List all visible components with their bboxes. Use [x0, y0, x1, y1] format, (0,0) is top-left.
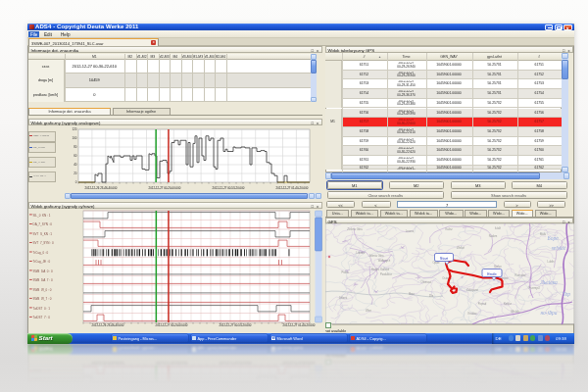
- svg-text:20: 20: [74, 172, 77, 175]
- svg-text:100: 100: [72, 136, 76, 140]
- svg-text:но-Фра: но-Фра: [540, 372, 557, 378]
- svg-text:TwDST_7 : 0: TwDST_7 : 0: [32, 316, 50, 319]
- svg-text:TwDST_7 : 0: TwDST_7 : 0: [32, 368, 50, 372]
- svg-text:Zakopane: Zakopane: [466, 288, 478, 292]
- svg-text:2012-12-27 01-40-20.000: 2012-12-27 01-40-20.000: [282, 362, 315, 366]
- svg-text:Praha: Praha: [341, 270, 349, 274]
- svg-text:Lublin: Lublin: [547, 260, 555, 264]
- svg-text:Hradec Králové: Hradec Králové: [370, 268, 389, 271]
- svg-text:Liberec: Liberec: [356, 251, 365, 255]
- svg-text:SWB_DA_7 : 0: SWB_DA_7 : 0: [32, 278, 53, 282]
- svg-text:Wałbrzych: Wałbrzych: [377, 259, 390, 263]
- svg-text:SWB_W_7 : 0: SWB_W_7 : 0: [32, 387, 51, 391]
- svg-text:Olomouc: Olomouc: [420, 280, 431, 284]
- svg-text:Wieluń: Wieluń: [456, 246, 465, 250]
- svg-text:SVT_S_KN : 1: SVT_S_KN : 1: [32, 231, 52, 235]
- svg-text:40: 40: [74, 163, 77, 167]
- svg-text:TrCug_JE : 0: TrCug_JE : 0: [32, 260, 50, 264]
- svg-text:DA_7_SYN : 0: DA_7_SYN : 0: [32, 222, 52, 226]
- svg-text:Zielona Góra: Zielona Góra: [347, 227, 363, 231]
- svg-text:Poprad: Poprad: [477, 302, 486, 306]
- svg-text:Brno: Brno: [409, 292, 415, 296]
- svg-text:Miskolc: Miskolc: [511, 310, 520, 314]
- svg-text:2012-12-27 00-20-00.000: 2012-12-27 00-20-00.000: [155, 322, 187, 326]
- svg-text:Jelenia Góra: Jelenia Góra: [368, 254, 384, 258]
- svg-text:SIL_0_KN : 1: SIL_0_KN : 1: [32, 213, 50, 217]
- svg-text:Zlín: Zlín: [428, 294, 433, 298]
- svg-text:Košice: Košice: [503, 302, 512, 306]
- svg-text:Львівка: Львівка: [539, 279, 558, 285]
- svg-text:TwDST_0 : 1: TwDST_0 : 1: [32, 377, 50, 381]
- svg-text:Боре: Боре: [546, 235, 559, 241]
- svg-text:Radom: Radom: [488, 234, 497, 238]
- svg-text:80: 80: [74, 145, 77, 149]
- svg-text:2012-12-26 23-46-40.000: 2012-12-26 23-46-40.000: [91, 362, 123, 366]
- svg-text:2012-12-27 00-53-20.000: 2012-12-27 00-53-20.000: [219, 362, 251, 366]
- svg-text:Wien: Wien: [365, 309, 371, 313]
- svg-text:SWB_DA_0 : 0: SWB_DA_0 : 0: [32, 269, 53, 272]
- svg-text:Start: Start: [439, 256, 448, 261]
- svg-text:TrCug_0 : 0: TrCug_0 : 0: [32, 250, 48, 254]
- svg-text:Biała: Biała: [540, 232, 546, 236]
- svg-text:Leszno: Leszno: [405, 229, 414, 233]
- svg-text:selskie: selskie: [551, 245, 565, 251]
- svg-text:2012-12-27 00-53-20.000: 2012-12-27 00-53-20.000: [212, 186, 244, 190]
- svg-text:Kraków: Kraków: [467, 312, 476, 316]
- svg-text:2012-12-27 00-53-20.000: 2012-12-27 00-53-20.000: [219, 322, 251, 326]
- svg-text:Тер: Тер: [562, 291, 569, 297]
- svg-text:SWB_W_7 : 0: SWB_W_7 : 0: [32, 297, 51, 301]
- svg-text:Łódź: Łódź: [495, 226, 501, 230]
- svg-text:Kielce: Kielce: [494, 265, 502, 269]
- svg-text:SVT_7_SYN : 0: SVT_7_SYN : 0: [32, 241, 54, 245]
- svg-text:SWB_W_0 : 0: SWB_W_0 : 0: [32, 287, 51, 291]
- svg-text:Pardubice: Pardubice: [379, 272, 392, 276]
- svg-text:Przemyśl: Przemyśl: [528, 286, 539, 290]
- svg-text:2012-12-26 23-46-40.000: 2012-12-26 23-46-40.000: [84, 186, 117, 190]
- svg-text:2012-12-27 01-40-20.000: 2012-12-27 01-40-20.000: [275, 186, 308, 190]
- svg-text:120: 120: [72, 127, 76, 131]
- svg-text:2012-12-27 01-40-20.000: 2012-12-27 01-40-20.000: [282, 322, 315, 326]
- svg-text:2012-12-27 00-20-00.000: 2012-12-27 00-20-00.000: [155, 362, 187, 366]
- svg-text:но-Фра: но-Фра: [540, 310, 557, 316]
- svg-text:60: 60: [74, 154, 77, 158]
- svg-text:2012-12-26 23-46-40.000: 2012-12-26 23-46-40.000: [91, 322, 123, 326]
- svg-text:Jihlava: Jihlava: [338, 296, 347, 300]
- svg-text:2012-12-27 00-20-00.000: 2012-12-27 00-20-00.000: [148, 186, 180, 190]
- svg-text:Ende: Ende: [487, 271, 497, 276]
- svg-text:Kalisz: Kalisz: [445, 227, 453, 231]
- svg-text:TwDST_0 : 1: TwDST_0 : 1: [32, 306, 50, 310]
- svg-text:Rzeszów: Rzeszów: [514, 273, 525, 277]
